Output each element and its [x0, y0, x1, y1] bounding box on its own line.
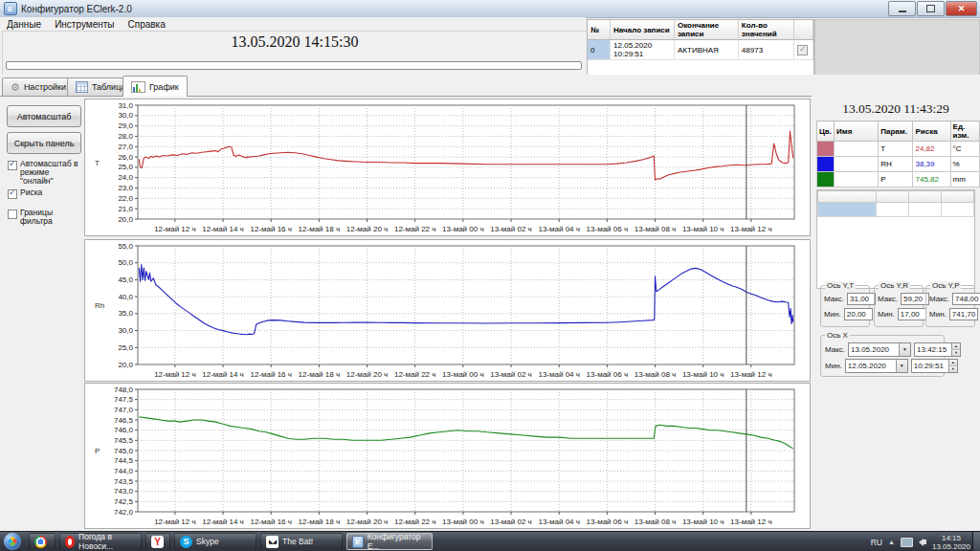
spinner-arrows[interactable]: ▲▼ [948, 360, 957, 372]
volume-icon[interactable] [919, 539, 926, 546]
tray-expand-icon[interactable]: ▲ [888, 539, 895, 545]
menu-item-2[interactable]: Инструменты [48, 19, 121, 30]
values-cell [909, 203, 942, 217]
gear-icon: ⚙ [11, 82, 20, 92]
tab-bar: ⚙НастройкиТаблицаГрафик [0, 75, 980, 97]
axis-min-label: Мин. [878, 310, 895, 319]
y-axis-p-group: Ось Y,PМакс.748,00Мин.741,70 [925, 285, 975, 327]
spin-up-icon: ▲ [951, 343, 960, 350]
start-button[interactable] [4, 533, 21, 550]
svg-text:13-май 00 ч: 13-май 00 ч [442, 518, 484, 526]
chart-pressure[interactable]: 742,0742,5743,0743,5744,0744,5745,0745,5… [84, 383, 811, 529]
x-axis-max-time-spinner[interactable]: 13:42:15▲▼ [914, 342, 961, 357]
svg-text:13-май 12 ч: 13-май 12 ч [730, 518, 772, 526]
taskbar-skype-button[interactable]: SSkype [174, 533, 256, 550]
axis-max-label: Макс. [929, 295, 949, 303]
channel-unit: °C [950, 142, 979, 157]
axis-min-input[interactable]: 17,00 [898, 308, 926, 320]
svg-text:23,0: 23,0 [118, 184, 133, 192]
checkbox-box[interactable] [8, 209, 17, 219]
axis-min-input[interactable]: 20,00 [844, 308, 873, 320]
svg-text:12-май 18 ч: 12-май 18 ч [299, 370, 341, 379]
svg-text:25,0: 25,0 [118, 163, 133, 171]
svg-text:742,0: 742,0 [114, 508, 134, 517]
record-checkbox[interactable]: ✓ [797, 45, 808, 55]
taskbar-opera-button[interactable]: Погода в Новоси... [59, 533, 142, 550]
svg-text:12-май 22 ч: 12-май 22 ч [394, 518, 436, 526]
axis-min-label: Мин. [824, 310, 841, 319]
autoscale-online-checkbox[interactable]: Автомасштаб в режиме "онлайн" [8, 160, 84, 186]
svg-text:13-май 08 ч: 13-май 08 ч [635, 225, 677, 233]
hide-panel-button[interactable]: Скрыть панель [7, 132, 81, 154]
eclerk-icon: E [352, 536, 364, 548]
chart-rh-svg: 20,025,030,035,040,045,050,055,012-май 1… [85, 240, 810, 381]
spinner-arrows[interactable]: ▲▼ [951, 343, 960, 356]
channel-param: P [879, 172, 913, 187]
x-axis-min-label: Мин. [825, 362, 842, 370]
axis-min-input[interactable]: 741,70 [949, 308, 978, 320]
taskbar-button-label: The Bat! [282, 537, 313, 546]
tab-график[interactable]: График [122, 76, 188, 97]
svg-text:13-май 08 ч: 13-май 08 ч [635, 370, 677, 379]
tab-настройки[interactable]: ⚙Настройки [2, 77, 75, 96]
svg-text:13-май 08 ч: 13-май 08 ч [635, 518, 677, 526]
values-table [817, 190, 974, 217]
svg-text:45,0: 45,0 [118, 276, 133, 284]
values-row[interactable] [818, 203, 974, 217]
x-axis-max-date-select[interactable]: 13.05.2020▼ [848, 342, 911, 357]
chart-humidity[interactable]: 20,025,030,035,040,045,050,055,012-май 1… [84, 239, 811, 382]
channel-row: P745,82mm [817, 172, 980, 187]
svg-text:12-май 16 ч: 12-май 16 ч [250, 370, 292, 379]
x-axis-min-time-spinner[interactable]: 10:29:51▲▼ [911, 359, 958, 373]
channel-name [834, 142, 878, 157]
channels-col-header: Ед. изм. [950, 121, 979, 142]
axis-max-input[interactable]: 748,00 [952, 293, 980, 305]
display-icon[interactable] [901, 538, 913, 547]
autoscale-button[interactable]: Автомасштаб [7, 105, 81, 127]
menu-item-3[interactable]: Справка [122, 19, 172, 30]
taskbar-yandex-button[interactable]: Y [145, 533, 170, 550]
riska-checkbox[interactable]: Риска [8, 188, 84, 199]
checkbox-box[interactable] [8, 161, 17, 170]
taskbar-thebat-button[interactable]: ◣◢The Bat! [260, 533, 343, 550]
filter-bounds-checkbox[interactable]: Границы фильтра [8, 209, 84, 226]
chart-t-svg: 20,021,022,023,024,025,026,027,028,029,0… [85, 99, 810, 235]
channel-name [834, 157, 878, 172]
show-desktop-button[interactable] [972, 532, 980, 551]
svg-text:12-май 18 ч: 12-май 18 ч [299, 518, 341, 526]
taskbar-eclerk-button[interactable]: EКонфигуратор E... [346, 533, 433, 550]
svg-text:13-май 06 ч: 13-май 06 ч [587, 225, 629, 233]
maximize-button[interactable] [917, 1, 945, 16]
records-table[interactable]: №Начало записиОкончание записиКол-во зна… [588, 20, 813, 60]
header-spacer [814, 19, 980, 76]
chart-p-svg: 742,0742,5743,0743,5744,0744,5745,0745,5… [85, 384, 810, 528]
table-row[interactable]: 012.05.2020 10:29:51АКТИВНАЯ48973✓ [588, 40, 813, 60]
menu-item-1[interactable]: Данные [0, 19, 48, 30]
taskbar-chrome-button[interactable] [29, 533, 56, 550]
svg-text:26,0: 26,0 [118, 153, 133, 162]
svg-text:40,0: 40,0 [118, 293, 133, 301]
cursor-datetime: 13.05.2020 11:43:29 [812, 101, 980, 117]
svg-text:12-май 16 ч: 12-май 16 ч [250, 225, 292, 233]
svg-text:745,5: 745,5 [114, 436, 134, 445]
svg-text:24,0: 24,0 [118, 173, 133, 182]
channels-col-header: Парам. [879, 121, 913, 142]
minimize-button[interactable] [888, 1, 916, 16]
date-value: 13.05.2020 [849, 343, 899, 356]
group-label: Ось Y,R [879, 281, 910, 290]
checkbox-box[interactable] [8, 189, 17, 199]
taskbar-button-label: Погода в Новоси... [78, 532, 136, 551]
svg-text:20,0: 20,0 [118, 215, 133, 224]
tab-label: График [149, 82, 179, 92]
svg-text:12-май 14 ч: 12-май 14 ч [202, 370, 244, 379]
chart-temperature[interactable]: 20,021,022,023,024,025,026,027,028,029,0… [84, 99, 811, 236]
axis-max-row: Макс.748,00 [929, 293, 980, 305]
axis-max-input[interactable]: 31,00 [847, 293, 876, 305]
close-button[interactable]: ✕ [946, 1, 977, 16]
clock[interactable]: 14:1513.05.2020 [932, 534, 970, 551]
x-axis-min-date-select[interactable]: 12.05.2020▼ [845, 359, 908, 373]
svg-text:745,0: 745,0 [114, 447, 134, 455]
svg-text:55,0: 55,0 [118, 242, 133, 251]
values-cell [877, 203, 909, 217]
language-indicator[interactable]: RU [871, 538, 882, 547]
